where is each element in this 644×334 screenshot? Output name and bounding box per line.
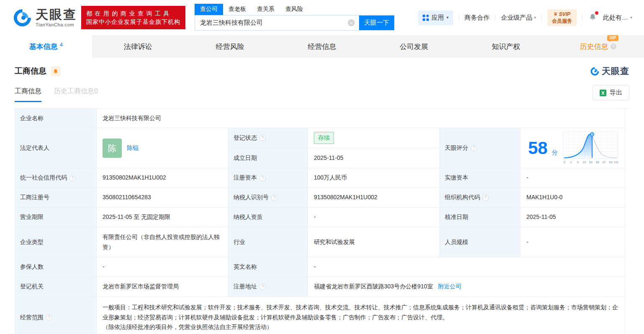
- insured-count-value: -: [97, 257, 228, 277]
- search-tab-boss[interactable]: 查老板: [223, 4, 251, 15]
- help-icon[interactable]: [69, 175, 76, 181]
- section-title: 工商信息: [15, 66, 46, 77]
- field-label: 行业: [228, 227, 308, 257]
- reg-status-value: 存续: [308, 128, 440, 148]
- notification-dot: [595, 11, 598, 15]
- help-icon: [611, 44, 616, 49]
- help-icon[interactable]: [271, 195, 277, 201]
- svip-member-badge[interactable]: SVIP 会员服务: [547, 9, 577, 26]
- credit-code-value: 91350802MAK1H1U002: [97, 168, 228, 188]
- tianyancha-logo-icon: [13, 8, 32, 28]
- help-icon[interactable]: [259, 175, 266, 181]
- search-input[interactable]: [195, 15, 344, 30]
- tab-basic-info[interactable]: 基本信息 4: [0, 35, 92, 58]
- divider: [541, 15, 542, 21]
- score-unit: 分: [552, 148, 558, 158]
- nav-enterprise-products[interactable]: 企业级产品: [501, 14, 536, 22]
- divider: [582, 15, 582, 21]
- reg-address-value: 福建省龙岩市新罗区西陂路303号办公楼910室 附近公司: [308, 277, 625, 297]
- export-label: 导出: [610, 89, 622, 97]
- clear-search-icon[interactable]: [348, 19, 355, 26]
- user-menu[interactable]: 此处有…: [603, 14, 632, 22]
- svg-text:100: 100: [613, 160, 618, 164]
- help-icon[interactable]: [46, 314, 52, 321]
- field-label: 企业类型: [15, 227, 97, 257]
- chevron-down-icon: [534, 15, 536, 20]
- subtab-business-info[interactable]: 工商信息: [15, 87, 41, 102]
- svg-text:15: 15: [582, 160, 586, 164]
- tianyancha-logo[interactable]: 天眼查 TianYanCha.com: [13, 8, 77, 28]
- apps-label: 应用: [431, 14, 444, 22]
- company-tabbar: 基本信息 4 法律诉讼 经营风险 经营信息 公司发展 知识产权 历史信息 VIP: [0, 35, 644, 58]
- field-label: 注册地址: [228, 277, 308, 297]
- help-icon[interactable]: [482, 195, 489, 201]
- field-label: 注册资本: [228, 168, 308, 188]
- biz-term-value: 2025-11-05 至 无固定期限: [97, 208, 228, 227]
- help-icon[interactable]: [471, 145, 477, 151]
- field-label: 天眼评分: [440, 128, 521, 168]
- field-label: 实缴资本: [440, 168, 521, 188]
- notification-bell-icon[interactable]: [589, 13, 597, 23]
- taxpayer-id-value: 91350802MAK1H1U002: [308, 188, 440, 208]
- tab-basic-info-label: 基本信息: [29, 42, 58, 51]
- slogan-banner: 都在用的商业查询工具 国家中小企业发展子基金旗下机构: [81, 6, 185, 30]
- business-scope-value: 一般项目：工程和技术研究和试验发展；软件开发；技术服务、技术开发、技术咨询、技术…: [97, 297, 625, 334]
- tab-basic-info-count: 4: [60, 41, 63, 48]
- tab-operating-risk[interactable]: 经营风险: [184, 35, 276, 58]
- logo-domain-text: TianYanCha.com: [36, 22, 77, 27]
- tab-history-info[interactable]: 历史信息 VIP: [552, 35, 644, 58]
- watermark-logo-icon: [590, 67, 600, 76]
- main-content: 工商信息 天眼查 工商信息 历史工商信息0 导出: [0, 63, 644, 334]
- top-nav: 应用 商务合作 企业级产品 SVIP 会员服务 此处有…: [418, 9, 632, 26]
- help-icon[interactable]: [259, 284, 266, 290]
- taxpayer-quals-value: -: [308, 208, 440, 227]
- field-label: 纳税人资质: [228, 208, 308, 227]
- search-tab-company[interactable]: 查公司: [195, 4, 223, 15]
- svg-text:0: 0: [564, 160, 565, 164]
- field-label: 营业期限: [15, 208, 97, 227]
- slogan-line1: 都在用的商业查询工具: [86, 9, 180, 18]
- field-label: 成立日期: [228, 148, 308, 168]
- paid-capital-value: -: [521, 168, 625, 188]
- status-badge: 存续: [314, 132, 334, 144]
- nav-enterprise-products-label: 企业级产品: [501, 14, 532, 22]
- field-label: 法定代表人: [15, 128, 97, 168]
- search-area: 查公司 查老板 查关系 查风险 天眼一下: [195, 4, 395, 31]
- subscribe-bell-button[interactable]: [51, 66, 61, 76]
- legal-rep-link[interactable]: 陈锟: [127, 143, 139, 153]
- svg-text:85: 85: [595, 160, 599, 164]
- export-button[interactable]: 导出: [593, 85, 629, 100]
- search-tab-relation[interactable]: 查关系: [251, 4, 280, 15]
- search-tab-risk[interactable]: 查风险: [280, 4, 308, 15]
- tab-legal-proceedings[interactable]: 法律诉讼: [92, 35, 184, 58]
- excel-icon: [600, 90, 606, 96]
- subtab-history-business-info[interactable]: 历史工商信息0: [54, 87, 98, 102]
- field-label: 登记机关: [15, 277, 97, 297]
- field-label: 企业名称: [15, 109, 97, 128]
- top-header: 天眼查 TianYanCha.com 都在用的商业查询工具 国家中小企业发展子基…: [0, 0, 644, 35]
- apps-menu[interactable]: 应用: [418, 10, 453, 25]
- nearby-companies-link[interactable]: 附近公司: [438, 282, 462, 292]
- watermark-logo: 天眼查: [590, 65, 629, 77]
- search-box: 天眼一下: [195, 15, 395, 31]
- svip-sublabel: 会员服务: [552, 18, 572, 24]
- legal-rep-cell: 陈 陈锟: [97, 128, 228, 168]
- company-type-value: 有限责任公司（非自然人投资或控股的法人独资）: [97, 227, 228, 257]
- est-date-value: 2025-11-05: [308, 148, 440, 168]
- tab-intellectual-property[interactable]: 知识产权: [460, 35, 552, 58]
- tab-operating-info[interactable]: 经营信息: [276, 35, 368, 58]
- chevron-down-icon: [446, 15, 449, 20]
- nav-business-cooperation[interactable]: 商务合作: [464, 14, 490, 22]
- english-name-value: -: [308, 257, 625, 277]
- search-button[interactable]: 天眼一下: [359, 15, 394, 30]
- help-icon[interactable]: [259, 135, 266, 141]
- field-label: 经营范围: [15, 297, 97, 334]
- tab-company-development[interactable]: 公司发展: [368, 35, 460, 58]
- field-label: 工商注册号: [15, 188, 97, 208]
- avatar[interactable]: 陈: [103, 139, 122, 158]
- search-tabs: 查公司 查老板 查关系 查风险: [195, 4, 395, 15]
- reg-capital-value: 100万人民币: [308, 168, 440, 188]
- reg-number-value: 350802110654283: [97, 188, 228, 208]
- field-label: 组织机构代码: [440, 188, 521, 208]
- org-code-value: MAK1H1U0-0: [521, 188, 625, 208]
